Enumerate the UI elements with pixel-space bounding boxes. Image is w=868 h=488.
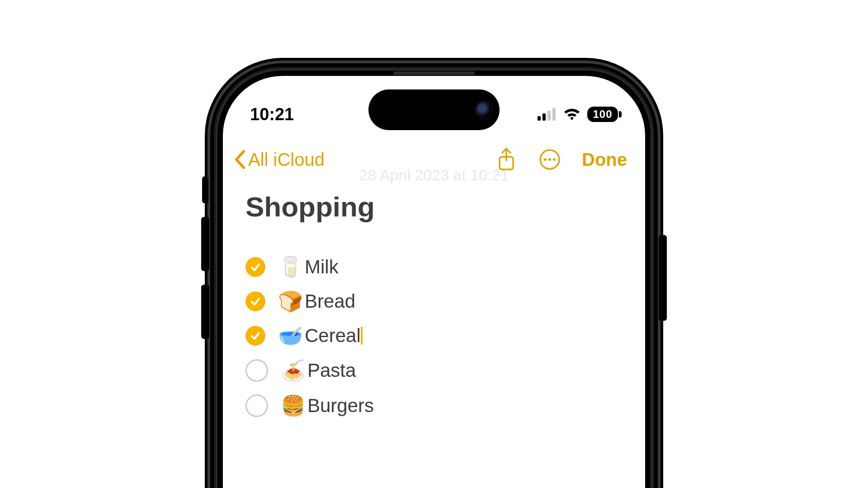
svg-point-6: [544, 158, 547, 161]
volume-up-button[interactable]: [201, 217, 209, 271]
svg-point-8: [553, 158, 556, 161]
svg-point-7: [548, 158, 551, 161]
note-title[interactable]: Shopping: [245, 191, 623, 223]
more-button[interactable]: [538, 148, 561, 171]
front-camera-icon: [476, 102, 491, 117]
checklist-item-text[interactable]: 🥛Milk: [278, 256, 339, 278]
checkbox-unchecked-icon[interactable]: [245, 359, 268, 382]
checkbox-unchecked-icon[interactable]: [245, 394, 268, 417]
checklist[interactable]: 🥛Milk🍞Bread🥣Cereal🍝Pasta🍔Burgers: [245, 250, 623, 423]
svg-rect-1: [542, 113, 546, 121]
battery-indicator: 100: [587, 107, 618, 122]
checklist-item[interactable]: 🥛Milk: [245, 250, 623, 284]
chevron-left-icon: [234, 150, 246, 169]
checkbox-checked-icon[interactable]: [245, 326, 265, 346]
checklist-item-text[interactable]: 🍝Pasta: [281, 360, 356, 381]
checklist-item[interactable]: 🥣Cereal: [245, 319, 623, 353]
svg-rect-3: [552, 108, 556, 121]
power-button[interactable]: [659, 235, 667, 321]
item-emoji-icon: 🍞: [278, 291, 303, 311]
checklist-item-text[interactable]: 🥣Cereal: [278, 325, 361, 347]
checkbox-checked-icon[interactable]: [245, 291, 265, 311]
item-label: Cereal: [305, 325, 361, 347]
share-button[interactable]: [495, 148, 518, 171]
status-time: 10:21: [250, 105, 294, 124]
back-label: All iCloud: [248, 150, 325, 170]
checklist-item-text[interactable]: 🍔Burgers: [281, 395, 374, 417]
text-cursor: [361, 327, 363, 345]
svg-rect-2: [547, 111, 551, 121]
item-label: Milk: [305, 256, 339, 278]
dynamic-island: [368, 89, 500, 130]
speaker-slot: [393, 71, 475, 75]
silence-switch[interactable]: [202, 176, 208, 203]
item-emoji-icon: 🥣: [278, 326, 303, 346]
svg-rect-0: [538, 116, 541, 121]
nav-bar: All iCloud: [223, 135, 645, 175]
item-emoji-icon: 🥛: [278, 257, 303, 277]
ellipsis-circle-icon: [539, 149, 561, 170]
back-button[interactable]: All iCloud: [234, 150, 325, 170]
item-emoji-icon: 🍔: [281, 396, 306, 416]
volume-down-button[interactable]: [201, 285, 209, 339]
item-label: Pasta: [307, 360, 356, 381]
checklist-item[interactable]: 🍞Bread: [245, 284, 623, 319]
checkbox-checked-icon[interactable]: [245, 257, 265, 277]
cellular-signal-icon: [538, 108, 557, 121]
phone-frame: 10:21: [210, 63, 658, 488]
item-label: Burgers: [307, 395, 374, 417]
checklist-item-text[interactable]: 🍞Bread: [278, 291, 355, 312]
screen: 10:21: [223, 76, 645, 488]
done-button[interactable]: Done: [582, 150, 627, 170]
checklist-item[interactable]: 🍝Pasta: [245, 353, 623, 388]
battery-level: 100: [593, 108, 612, 121]
wifi-icon: [563, 108, 581, 121]
note-body[interactable]: Shopping 🥛Milk🍞Bread🥣Cereal🍝Pasta🍔Burger…: [223, 175, 645, 423]
item-emoji-icon: 🍝: [281, 361, 306, 380]
checklist-item[interactable]: 🍔Burgers: [245, 388, 623, 423]
share-icon: [497, 148, 516, 171]
item-label: Bread: [305, 291, 355, 312]
